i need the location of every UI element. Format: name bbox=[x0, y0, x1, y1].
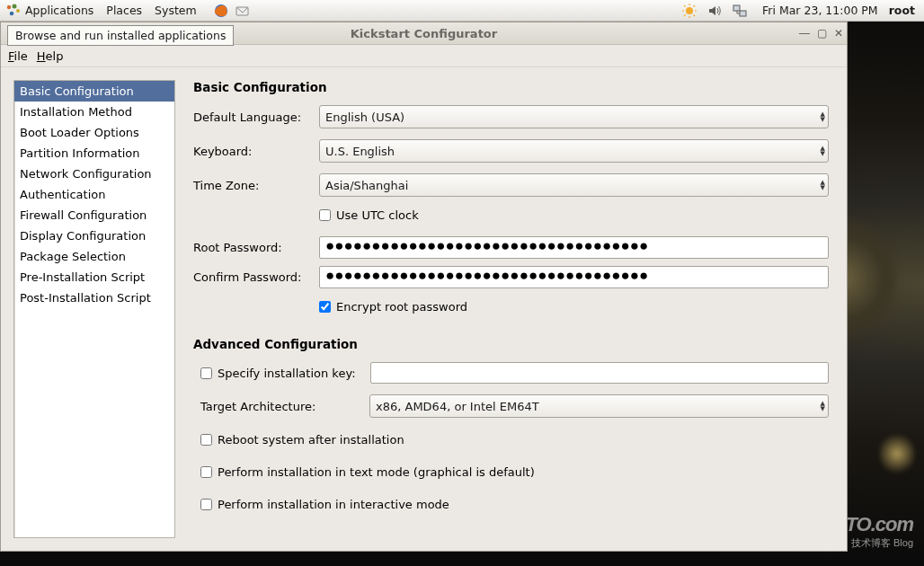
use-utc-label: Use UTC clock bbox=[336, 208, 419, 222]
menu-places[interactable]: Places bbox=[106, 4, 142, 17]
reboot-label: Reboot system after installation bbox=[218, 433, 404, 447]
root-password-input[interactable]: ●●●●●●●●●●●●●●●●●●●●●●●●●●●●●●●●●●● bbox=[319, 236, 829, 259]
menu-applications[interactable]: Applications bbox=[25, 4, 93, 17]
reboot-checkbox[interactable]: Reboot system after installation bbox=[200, 433, 404, 447]
sidebar-item-installation-method[interactable]: Installation Method bbox=[14, 102, 174, 122]
root-password-label: Root Password: bbox=[193, 241, 319, 254]
maximize-button[interactable]: ▢ bbox=[817, 27, 827, 40]
encrypt-root-input[interactable] bbox=[319, 301, 331, 313]
default-language-label: Default Language: bbox=[193, 111, 319, 124]
text-mode-checkbox[interactable]: Perform installation in text mode (graph… bbox=[200, 465, 535, 479]
reboot-input[interactable] bbox=[200, 434, 212, 446]
sidebar-item-basic-configuration[interactable]: Basic Configuration bbox=[14, 81, 174, 102]
kickstart-window: Kickstart Configurator — ▢ ✕ File Help B… bbox=[0, 22, 848, 552]
sidebar: Basic Configuration Installation Method … bbox=[13, 80, 175, 538]
volume-icon[interactable] bbox=[706, 3, 723, 19]
sidebar-item-authentication[interactable]: Authentication bbox=[14, 184, 174, 205]
panel-user[interactable]: root bbox=[889, 4, 915, 17]
window-title: Kickstart Configurator bbox=[351, 27, 497, 40]
gnome-top-panel: Applications Places System Fri Mar 23, 1… bbox=[0, 0, 924, 22]
svg-point-6 bbox=[686, 7, 693, 14]
section-advanced-title: Advanced Configuration bbox=[193, 337, 829, 351]
default-language-value: English (USA) bbox=[325, 111, 404, 124]
svg-line-11 bbox=[684, 5, 686, 7]
sidebar-item-network-configuration[interactable]: Network Configuration bbox=[14, 164, 174, 184]
panel-menus: Applications Places System bbox=[25, 4, 197, 17]
combo-spinner-icon: ▲▼ bbox=[821, 146, 825, 156]
menu-help[interactable]: Help bbox=[37, 49, 64, 63]
sidebar-item-package-selection[interactable]: Package Selection bbox=[14, 246, 174, 267]
window-content: Basic Configuration Installation Method … bbox=[1, 67, 847, 551]
combo-spinner-icon: ▲▼ bbox=[821, 401, 825, 411]
interactive-checkbox[interactable]: Perform installation in interactive mode bbox=[200, 498, 449, 511]
specify-install-key-checkbox[interactable]: Specify installation key: bbox=[200, 367, 356, 380]
sidebar-item-pre-installation-script[interactable]: Pre-Installation Script bbox=[14, 267, 174, 287]
section-basic-title: Basic Configuration bbox=[193, 80, 829, 94]
sidebar-item-display-configuration[interactable]: Display Configuration bbox=[14, 226, 174, 246]
confirm-password-input[interactable]: ●●●●●●●●●●●●●●●●●●●●●●●●●●●●●●●●●●● bbox=[319, 266, 829, 288]
combo-spinner-icon: ▲▼ bbox=[821, 180, 825, 190]
window-menubar: File Help bbox=[1, 45, 847, 67]
timezone-value: Asia/Shanghai bbox=[325, 179, 408, 192]
window-controls: — ▢ ✕ bbox=[799, 27, 843, 40]
combo-spinner-icon: ▲▼ bbox=[821, 111, 825, 122]
keyboard-value: U.S. English bbox=[325, 145, 395, 158]
close-button[interactable]: ✕ bbox=[834, 27, 843, 40]
svg-line-12 bbox=[694, 14, 696, 16]
svg-rect-16 bbox=[740, 11, 746, 16]
mail-icon[interactable] bbox=[235, 3, 251, 19]
weather-icon[interactable] bbox=[681, 3, 697, 19]
svg-point-1 bbox=[13, 4, 17, 8]
sidebar-item-firewall-configuration[interactable]: Firewall Configuration bbox=[14, 205, 174, 226]
keyboard-label: Keyboard: bbox=[193, 145, 319, 158]
target-architecture-value: x86, AMD64, or Intel EM64T bbox=[376, 400, 539, 413]
svg-point-0 bbox=[7, 4, 11, 8]
interactive-input[interactable] bbox=[200, 499, 212, 510]
confirm-password-label: Confirm Password: bbox=[193, 270, 319, 284]
menu-file[interactable]: File bbox=[8, 49, 28, 63]
sidebar-item-partition-information[interactable]: Partition Information bbox=[14, 143, 174, 164]
gnome-foot-icon[interactable] bbox=[5, 3, 22, 19]
svg-rect-15 bbox=[733, 5, 740, 11]
target-architecture-label: Target Architecture: bbox=[193, 400, 369, 413]
applications-tooltip: Browse and run installed applications bbox=[7, 25, 234, 46]
svg-point-2 bbox=[16, 9, 20, 13]
minimize-button[interactable]: — bbox=[799, 27, 810, 40]
encrypt-root-checkbox[interactable]: Encrypt root password bbox=[319, 300, 467, 314]
encrypt-root-label: Encrypt root password bbox=[336, 300, 467, 314]
sidebar-item-boot-loader-options[interactable]: Boot Loader Options bbox=[14, 122, 174, 143]
taskbar-strip bbox=[0, 550, 924, 566]
menu-system[interactable]: System bbox=[155, 4, 197, 17]
text-mode-input[interactable] bbox=[200, 466, 212, 478]
svg-line-14 bbox=[694, 5, 696, 7]
target-architecture-combo[interactable]: x86, AMD64, or Intel EM64T ▲▼ bbox=[369, 394, 829, 418]
timezone-label: Time Zone: bbox=[193, 179, 319, 192]
sidebar-item-post-installation-script[interactable]: Post-Installation Script bbox=[14, 287, 174, 308]
use-utc-input[interactable] bbox=[319, 209, 331, 221]
panel-clock[interactable]: Fri Mar 23, 11:00 PM bbox=[762, 4, 878, 17]
default-language-combo[interactable]: English (USA) ▲▼ bbox=[319, 105, 829, 128]
specify-install-key-label: Specify installation key: bbox=[218, 367, 356, 380]
interactive-label: Perform installation in interactive mode bbox=[218, 498, 449, 511]
specify-install-key-input[interactable] bbox=[200, 367, 212, 379]
use-utc-checkbox[interactable]: Use UTC clock bbox=[319, 208, 419, 222]
timezone-combo[interactable]: Asia/Shanghai ▲▼ bbox=[319, 173, 829, 197]
form-main: Basic Configuration Default Language: En… bbox=[188, 80, 834, 538]
svg-line-13 bbox=[684, 14, 686, 16]
install-key-input[interactable] bbox=[370, 362, 829, 384]
text-mode-label: Perform installation in text mode (graph… bbox=[218, 465, 535, 479]
svg-point-3 bbox=[10, 11, 14, 15]
keyboard-combo[interactable]: U.S. English ▲▼ bbox=[319, 139, 829, 163]
system-tray bbox=[681, 3, 748, 19]
firefox-icon[interactable] bbox=[213, 3, 229, 19]
network-icon[interactable] bbox=[732, 3, 748, 19]
